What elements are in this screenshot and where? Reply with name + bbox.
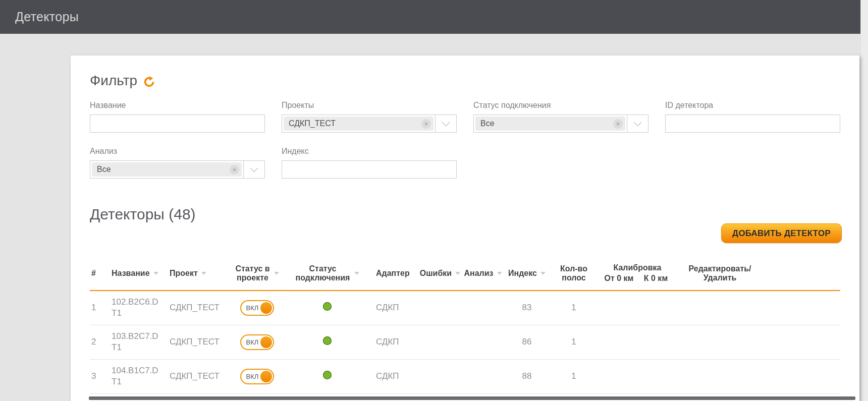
- row-connection-status: [285, 291, 369, 325]
- row-calib-to: [637, 359, 676, 393]
- projects-select[interactable]: СДКП_ТЕСТ ×: [282, 114, 457, 133]
- row-calib-to: [637, 291, 676, 325]
- row-filler: [764, 291, 840, 325]
- row-calib-from: [599, 291, 637, 325]
- connection-status-caret[interactable]: [627, 115, 648, 132]
- row-calib-from: [599, 359, 637, 393]
- col-num: #: [90, 261, 110, 291]
- col-num-label: #: [91, 269, 96, 278]
- col-connection-status: Статус подключения: [285, 261, 369, 291]
- row-edit-delete: [676, 291, 764, 325]
- refresh-icon[interactable]: [143, 76, 155, 88]
- analysis-select[interactable]: Все ×: [90, 160, 265, 179]
- status-toggle-label: ВКЛ: [246, 304, 259, 312]
- col-status-in-project: Статус в проекте: [229, 261, 285, 291]
- name-input[interactable]: [90, 114, 265, 133]
- col-calibration-to-label: К 0 км: [637, 274, 674, 283]
- clear-icon[interactable]: ×: [421, 119, 431, 129]
- chevron-down-icon: [442, 119, 450, 127]
- row-name: 102.B2C6.DT1: [110, 291, 168, 325]
- page-title: Детекторы: [15, 10, 79, 24]
- status-toggle[interactable]: ВКЛ: [240, 300, 274, 316]
- row-lanes: 1: [549, 291, 599, 325]
- index-input[interactable]: [282, 160, 457, 179]
- clear-icon[interactable]: ×: [230, 165, 239, 175]
- status-toggle[interactable]: ВКЛ: [240, 334, 274, 350]
- col-lanes-label: Кол-во полос: [558, 264, 589, 282]
- row-edit-delete: [676, 325, 764, 359]
- horizontal-scrollbar[interactable]: [89, 396, 855, 400]
- row-project: СДКП_ТЕСТ: [168, 325, 229, 359]
- projects-selected-pill: СДКП_ТЕСТ ×: [284, 117, 433, 131]
- vertical-scrollbar[interactable]: [860, 0, 868, 401]
- col-project-label: Проект: [170, 269, 198, 278]
- field-projects: Проекты СДКП_ТЕСТ ×: [282, 101, 457, 133]
- row-lanes: 1: [549, 359, 599, 393]
- row-index: 83: [505, 291, 549, 325]
- name-label: Название: [90, 101, 265, 110]
- analysis-label: Анализ: [90, 147, 265, 156]
- filter-grid: Название Проекты СДКП_ТЕСТ ×: [90, 101, 840, 179]
- status-toggle[interactable]: ВКЛ: [240, 369, 274, 384]
- chevron-down-icon: [634, 119, 642, 127]
- filter-section-header: Фильтр: [90, 73, 840, 89]
- col-adapter: Адаптер: [369, 261, 419, 291]
- sort-icon[interactable]: [201, 272, 206, 275]
- col-project: Проект: [168, 261, 229, 291]
- detector-id-label: ID детектора: [665, 101, 840, 110]
- connection-status-select[interactable]: Все ×: [473, 114, 648, 133]
- table-row: 1 102.B2C6.DT1 СДКП_ТЕСТ ВКЛ СДКП 83 1: [90, 291, 840, 325]
- toggle-knob: [260, 302, 272, 314]
- table-row: 3 104.B1C7.DT1 СДКП_ТЕСТ ВКЛ СДКП 88 1: [90, 359, 840, 393]
- projects-caret[interactable]: [435, 115, 456, 132]
- field-name: Название: [90, 101, 265, 133]
- table-row: 2 103.B2C7.DT1 СДКП_ТЕСТ ВКЛ СДКП 86 1: [90, 325, 840, 359]
- analysis-selected-value: Все: [97, 165, 111, 174]
- col-name-label: Название: [112, 269, 150, 278]
- connection-status-label: Статус подключения: [473, 101, 648, 110]
- col-errors: Ошибки: [419, 261, 461, 291]
- col-errors-label: Ошибки: [420, 269, 452, 278]
- detectors-title: Детекторы (48): [90, 206, 840, 223]
- col-analysis: Анализ: [461, 261, 505, 291]
- projects-selected-value: СДКП_ТЕСТ: [289, 119, 336, 128]
- row-errors: [419, 325, 461, 359]
- filter-title: Фильтр: [90, 73, 137, 89]
- row-status-in-project: ВКЛ: [229, 291, 285, 325]
- row-name: 104.B1C7.DT1: [110, 359, 168, 393]
- row-edit-delete: [676, 359, 764, 393]
- add-detector-button[interactable]: ДОБАВИТЬ ДЕТЕКТОР: [721, 223, 842, 243]
- sort-icon[interactable]: [354, 272, 359, 275]
- status-toggle-label: ВКЛ: [246, 338, 259, 346]
- row-errors: [419, 359, 461, 393]
- row-project: СДКП_ТЕСТ: [168, 291, 229, 325]
- sort-icon[interactable]: [153, 272, 158, 275]
- detector-id-input[interactable]: [665, 114, 840, 133]
- analysis-caret[interactable]: [243, 161, 264, 178]
- sort-icon[interactable]: [540, 272, 546, 275]
- sort-icon[interactable]: [455, 272, 460, 275]
- row-num: 1: [90, 291, 110, 325]
- app-header: Детекторы: [0, 0, 860, 34]
- field-detector-id: ID детектора: [665, 101, 840, 133]
- col-filler: [764, 261, 840, 291]
- clear-icon[interactable]: ×: [613, 119, 623, 129]
- row-filler: [764, 325, 840, 359]
- col-analysis-label: Анализ: [464, 269, 493, 278]
- row-status-in-project: ВКЛ: [229, 359, 285, 393]
- row-calib-to: [637, 325, 676, 359]
- row-calib-from: [599, 325, 637, 359]
- toggle-knob: [260, 336, 272, 348]
- main-card: Фильтр Название Проекты СДКП: [71, 55, 859, 401]
- sort-icon[interactable]: [274, 272, 279, 275]
- col-calibration-from-label: От 0 км: [601, 274, 637, 283]
- row-adapter: СДКП: [369, 325, 419, 359]
- status-toggle-label: ВКЛ: [246, 373, 259, 380]
- connection-status-indicator: [323, 302, 332, 311]
- connection-status-indicator: [323, 371, 332, 379]
- projects-label: Проекты: [282, 101, 457, 110]
- row-adapter: СДКП: [369, 359, 419, 393]
- col-edit-delete: Редактировать/ Удалить: [676, 261, 764, 291]
- index-label: Индекс: [282, 147, 457, 156]
- sort-icon[interactable]: [497, 272, 502, 275]
